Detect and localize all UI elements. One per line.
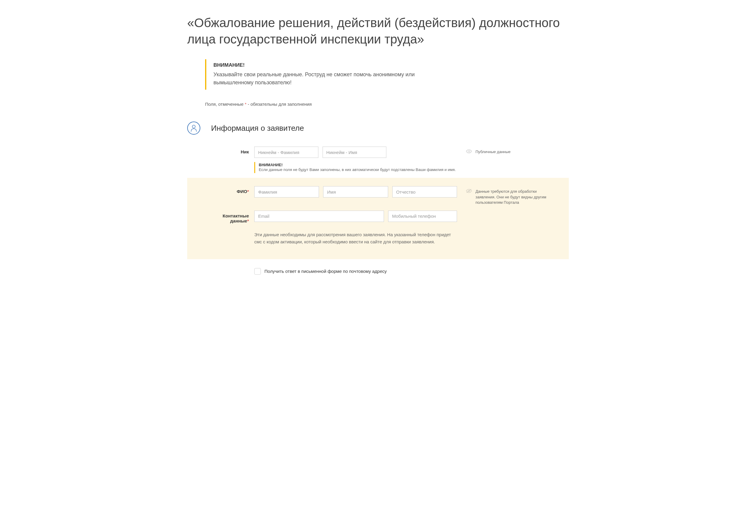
postal-reply-row: Получить ответ в письменной форме по поч… xyxy=(254,268,569,275)
firstname-input[interactable] xyxy=(323,186,388,197)
contact-helper-text: Эти данные необходимы для рассмотрения в… xyxy=(254,231,457,245)
public-data-indicator: Публичные данные xyxy=(457,146,547,155)
warning-text: Указывайте свои реальные данные. Роструд… xyxy=(213,71,420,87)
eye-icon xyxy=(466,149,472,155)
warning-title: ВНИМАНИЕ! xyxy=(213,62,420,68)
section-title: Информация о заявителе xyxy=(211,124,304,133)
nick-warning-text: Если данные поля не будут Вами заполнены… xyxy=(259,167,457,172)
patronymic-input[interactable] xyxy=(392,186,457,197)
eye-hidden-icon xyxy=(466,189,472,194)
contact-required-star: * xyxy=(247,218,249,223)
postal-reply-checkbox[interactable] xyxy=(254,268,261,275)
required-suffix: - обязательны для заполнения xyxy=(247,102,312,107)
person-icon xyxy=(187,121,200,135)
nick-row: Ник ВНИМАНИЕ! Если данные поля не будут … xyxy=(214,146,569,173)
private-data-text: Данные требуются для обработки заявления… xyxy=(475,189,547,205)
fio-row: ФИО* xyxy=(214,186,569,205)
contact-label-text: Контактные данные xyxy=(223,213,249,223)
svg-point-0 xyxy=(192,125,195,128)
nick-label: Ник xyxy=(214,146,254,154)
contact-label: Контактные данные* xyxy=(214,211,254,223)
svg-point-1 xyxy=(468,150,470,152)
fio-required-star: * xyxy=(247,189,249,194)
nick-warning-title: ВНИМАНИЕ! xyxy=(259,163,457,167)
private-data-indicator: Данные требуются для обработки заявления… xyxy=(457,186,547,205)
section-header: Информация о заявителе xyxy=(187,121,569,135)
contact-row: Контактные данные* xyxy=(214,211,569,223)
required-prefix: Поля, отмеченные xyxy=(205,102,245,107)
phone-input[interactable] xyxy=(388,211,457,222)
private-data-block: ФИО* xyxy=(187,178,569,259)
helper-row: Эти данные необходимы для рассмотрения в… xyxy=(214,229,569,245)
page-title: «Обжалование решения, действий (бездейст… xyxy=(187,15,569,47)
postal-reply-label: Получить ответ в письменной форме по поч… xyxy=(264,269,387,274)
surname-input[interactable] xyxy=(254,186,319,197)
fio-label: ФИО* xyxy=(214,186,254,194)
required-fields-note: Поля, отмеченные * - обязательны для зап… xyxy=(205,102,569,107)
main-warning-block: ВНИМАНИЕ! Указывайте свои реальные данны… xyxy=(205,59,420,90)
nick-name-input[interactable] xyxy=(323,146,387,158)
nick-surname-input[interactable] xyxy=(254,146,318,158)
fio-label-text: ФИО xyxy=(237,189,247,194)
nick-warning-block: ВНИМАНИЕ! Если данные поля не будут Вами… xyxy=(254,162,457,173)
public-data-text: Публичные данные xyxy=(475,149,511,155)
email-input[interactable] xyxy=(254,211,384,222)
